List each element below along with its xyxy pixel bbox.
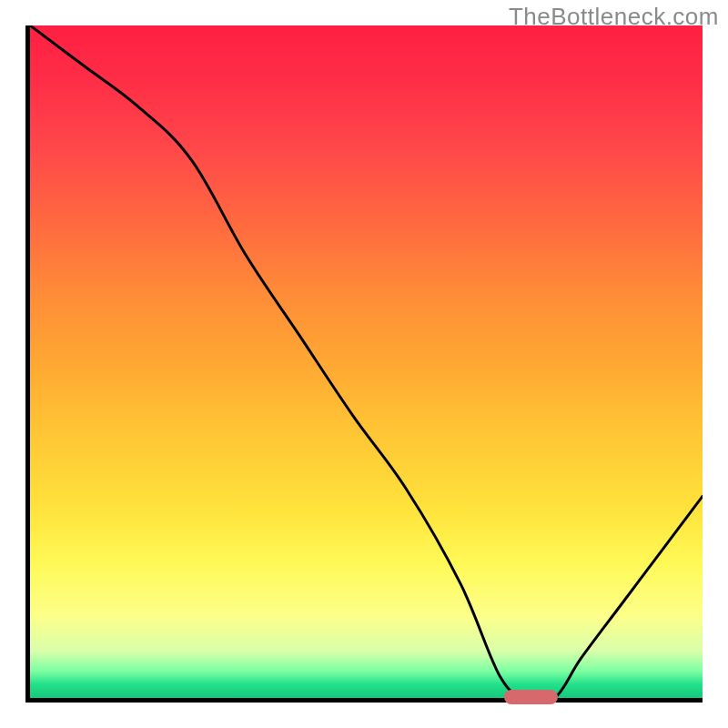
optimal-zone-marker: [504, 690, 559, 704]
plot-area: [25, 25, 703, 703]
watermark-label: TheBottleneck.com: [509, 3, 719, 31]
chart-stage: TheBottleneck.com: [0, 0, 728, 728]
bottleneck-curve: [30, 25, 703, 698]
